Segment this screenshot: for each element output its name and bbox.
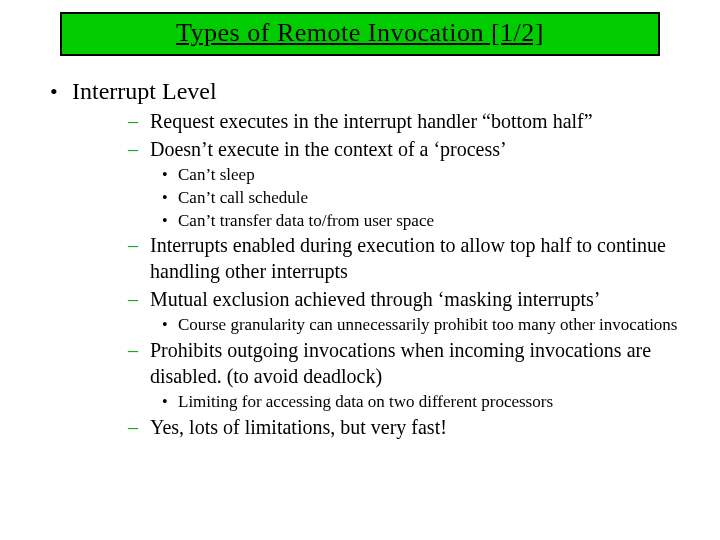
slide-title: Types of Remote Invocation [1/2] (176, 18, 544, 47)
dash-icon: – (128, 139, 150, 159)
bullet-dot-icon: • (162, 166, 178, 184)
bullet-dot-icon: • (50, 79, 72, 105)
level1-text: Interrupt Level (72, 78, 217, 105)
dash-icon: – (128, 111, 150, 131)
level2-item: – Request executes in the interrupt hand… (128, 109, 700, 135)
level3-text: Can’t sleep (178, 164, 700, 186)
level3-item: • Limiting for accessing data on two dif… (162, 391, 700, 413)
level2-text: Prohibits outgoing invocations when inco… (150, 338, 700, 389)
level2-item: – Interrupts enabled during execution to… (128, 233, 700, 284)
level1-item: • Interrupt Level – Request executes in … (50, 78, 700, 441)
dash-icon: – (128, 289, 150, 309)
level2-text: Request executes in the interrupt handle… (150, 109, 700, 135)
dash-icon: – (128, 340, 150, 360)
level2-text: Mutual exclusion achieved through ‘maski… (150, 287, 700, 313)
level2-list: – Request executes in the interrupt hand… (128, 109, 700, 441)
level2-item: – Prohibits outgoing invocations when in… (128, 338, 700, 389)
bullet-dot-icon: • (162, 393, 178, 411)
level2-item: – Doesn’t execute in the context of a ‘p… (128, 137, 700, 163)
level3-text: Can’t transfer data to/from user space (178, 210, 700, 232)
level3-item: • Can’t transfer data to/from user space (162, 210, 700, 232)
level2-item: – Mutual exclusion achieved through ‘mas… (128, 287, 700, 313)
bullet-dot-icon: • (162, 189, 178, 207)
level3-text: Can’t call schedule (178, 187, 700, 209)
title-banner: Types of Remote Invocation [1/2] (60, 12, 660, 56)
level2-text: Doesn’t execute in the context of a ‘pro… (150, 137, 700, 163)
level2-text: Yes, lots of limitations, but very fast! (150, 415, 700, 441)
level3-list: • Course granularity can unnecessarily p… (162, 314, 700, 336)
dash-icon: – (128, 235, 150, 255)
level3-text: Course granularity can unnecessarily pro… (178, 314, 700, 336)
level3-item: • Can’t sleep (162, 164, 700, 186)
bullet-dot-icon: • (162, 212, 178, 230)
dash-icon: – (128, 417, 150, 437)
level2-item: – Yes, lots of limitations, but very fas… (128, 415, 700, 441)
slide: Types of Remote Invocation [1/2] • Inter… (0, 0, 720, 457)
level3-list: • Can’t sleep • Can’t call schedule • Ca… (162, 164, 700, 231)
level3-item: • Course granularity can unnecessarily p… (162, 314, 700, 336)
level3-text: Limiting for accessing data on two diffe… (178, 391, 700, 413)
level2-text: Interrupts enabled during execution to a… (150, 233, 700, 284)
level3-item: • Can’t call schedule (162, 187, 700, 209)
level3-list: • Limiting for accessing data on two dif… (162, 391, 700, 413)
bullet-dot-icon: • (162, 316, 178, 334)
